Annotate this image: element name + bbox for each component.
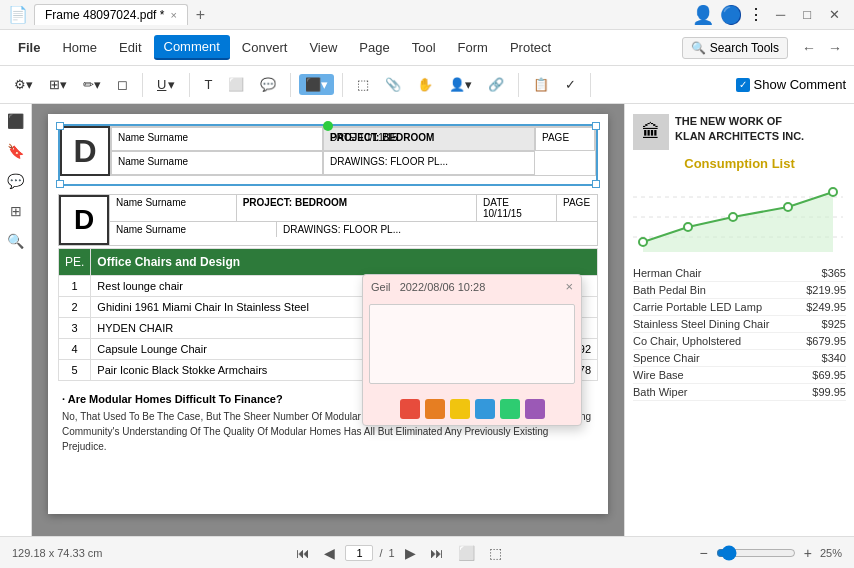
toolbar-erase-btn[interactable]: ◻ — [111, 74, 134, 95]
price-list-item: Bath Pedal Bin $219.95 — [633, 282, 846, 299]
toolbar-user-btn[interactable]: 👤▾ — [443, 74, 478, 95]
fit-width-btn[interactable]: ⬜ — [454, 543, 479, 563]
price-list-item: Stainless Steel Dining Chair $925 — [633, 316, 846, 333]
toolbar-text-btn[interactable]: T — [198, 74, 218, 95]
item-name: Bath Wiper — [633, 386, 687, 398]
profile-icon-1: 👤 — [692, 4, 714, 26]
search-tools[interactable]: 🔍 Search Tools — [682, 37, 788, 59]
color-blue[interactable] — [475, 399, 495, 419]
header-drawings: DRAWINGS: FLOOR PL... — [323, 151, 535, 175]
first-page-btn[interactable]: ⏮ — [292, 543, 314, 563]
last-page-btn[interactable]: ⏭ — [426, 543, 448, 563]
prev-page-btn[interactable]: ◀ — [320, 543, 339, 563]
header-row1: Name Surname PROJECT: BEDROOM DATE 10/11… — [110, 195, 597, 222]
doc-header-table: Name Surname PROJECT: BEDROOM DATE 10/11… — [110, 126, 596, 176]
sidebar-icon-layers[interactable]: ⊞ — [5, 200, 27, 222]
page-input[interactable] — [345, 545, 373, 561]
comment-author: Geil 2022/08/06 10:28 — [371, 281, 485, 293]
menu-home[interactable]: Home — [52, 36, 107, 59]
status-bar: 129.18 x 74.33 cm ⏮ ◀ / 1 ▶ ⏭ ⬜ ⬚ − + 25… — [0, 536, 854, 568]
project-label: PROJECT: BEDROOM — [237, 195, 477, 221]
toolbar-underline-btn[interactable]: U▾ — [151, 74, 181, 95]
menu-view[interactable]: View — [299, 36, 347, 59]
sidebar-icon-comment[interactable]: 💬 — [5, 170, 27, 192]
sep4 — [342, 73, 343, 97]
line-chart — [633, 177, 843, 257]
resize-handle-tl[interactable] — [56, 122, 64, 130]
comment-textarea[interactable] — [369, 304, 575, 384]
fit-page-btn[interactable]: ⬚ — [485, 543, 506, 563]
sidebar-icon-bookmark[interactable]: 🔖 — [5, 140, 27, 162]
toolbar-settings-btn[interactable]: ⚙▾ — [8, 74, 39, 95]
item-name: Bath Pedal Bin — [633, 284, 706, 296]
color-green[interactable] — [500, 399, 520, 419]
resize-handle-bl[interactable] — [56, 180, 64, 188]
next-page-btn[interactable]: ▶ — [401, 543, 420, 563]
page-divider: / — [379, 547, 382, 559]
item-price: $219.95 — [806, 284, 846, 296]
show-comment-checkbox[interactable] — [736, 78, 750, 92]
resize-handle-tr[interactable] — [592, 122, 600, 130]
price-list-item: Co Chair, Upholstered $679.95 — [633, 333, 846, 350]
menu-file[interactable]: File — [8, 36, 50, 59]
sidebar-icon-pages[interactable]: ⬛ — [5, 110, 27, 132]
right-panel: 🏛 THE NEW WORK OF KLAN ARCHITECTS INC. C… — [624, 104, 854, 536]
toolbar-hand-btn[interactable]: ✋ — [411, 74, 439, 95]
name-surname-1: Name Surname — [110, 195, 237, 221]
pdf-tab[interactable]: Frame 48097024.pdf * × — [34, 4, 188, 25]
toolbar-right: Show Comment — [736, 77, 846, 92]
back-btn[interactable]: ← — [798, 38, 820, 58]
chart-area — [625, 177, 854, 257]
color-red[interactable] — [400, 399, 420, 419]
resize-handle-br[interactable] — [592, 180, 600, 188]
forward-btn[interactable]: → — [824, 38, 846, 58]
toolbar-link-btn[interactable]: 🔗 — [482, 74, 510, 95]
menu-form[interactable]: Form — [448, 36, 498, 59]
price-list: Herman Chair $365 Bath Pedal Bin $219.95… — [625, 265, 854, 401]
row-name: Capsule Lounge Chair — [91, 339, 398, 360]
maximize-btn[interactable]: □ — [797, 5, 817, 24]
show-comment-label: Show Comment — [754, 77, 846, 92]
zoom-slider[interactable] — [716, 545, 796, 561]
color-yellow[interactable] — [450, 399, 470, 419]
date-label: DATE 10/11/15 — [477, 195, 557, 221]
menu-page[interactable]: Page — [349, 36, 399, 59]
item-price: $249.95 — [806, 301, 846, 313]
menu-tool[interactable]: Tool — [402, 36, 446, 59]
toolbar-textbox-btn[interactable]: ⬜ — [222, 74, 250, 95]
toolbar-stamp-btn[interactable]: ⬛▾ — [299, 74, 334, 95]
zoom-in-btn[interactable]: + — [800, 543, 816, 563]
toolbar-options-btn[interactable]: ⊞▾ — [43, 74, 73, 95]
toolbar-callout-btn[interactable]: 💬 — [254, 74, 282, 95]
menu-protect[interactable]: Protect — [500, 36, 561, 59]
pdf-view-area: ◀ D Name Surname PROJECT: BEDROOM DATE 1… — [32, 104, 624, 536]
close-btn[interactable]: ✕ — [823, 5, 846, 24]
menu-convert[interactable]: Convert — [232, 36, 298, 59]
show-comment-toggle[interactable]: Show Comment — [736, 77, 846, 92]
zoom-out-btn[interactable]: − — [696, 543, 712, 563]
toolbar-area-btn[interactable]: ⬚ — [351, 74, 375, 95]
window-nav: ← → — [798, 38, 846, 58]
tab-close-btn[interactable]: × — [170, 9, 176, 21]
minimize-btn[interactable]: ─ — [770, 5, 791, 24]
sidebar-icon-search[interactable]: 🔍 — [5, 230, 27, 252]
toolbar-pen-btn[interactable]: ✏▾ — [77, 74, 107, 95]
row-num: 4 — [59, 339, 91, 360]
search-icon: 🔍 — [691, 41, 706, 55]
sep1 — [142, 73, 143, 97]
toolbar-attach-btn[interactable]: 📎 — [379, 74, 407, 95]
toolbar-clip-btn[interactable]: 📋 — [527, 74, 555, 95]
new-tab-btn[interactable]: + — [192, 6, 209, 24]
more-options-icon[interactable]: ⋮ — [748, 5, 764, 24]
color-purple[interactable] — [525, 399, 545, 419]
green-handle[interactable] — [323, 121, 333, 131]
menu-edit[interactable]: Edit — [109, 36, 151, 59]
menu-comment[interactable]: Comment — [154, 35, 230, 60]
comment-close-btn[interactable]: × — [565, 279, 573, 294]
toolbar: ⚙▾ ⊞▾ ✏▾ ◻ U▾ T ⬜ 💬 ⬛▾ ⬚ 📎 ✋ 👤▾ 🔗 📋 ✓ Sh… — [0, 66, 854, 104]
svg-point-6 — [784, 203, 792, 211]
color-orange[interactable] — [425, 399, 445, 419]
doc-header-layout: D Name Surname PROJECT: BEDROOM DATE 10/… — [58, 194, 598, 246]
doc-header: D Name Surname PROJECT: BEDROOM DATE 10/… — [60, 126, 596, 176]
toolbar-check-btn[interactable]: ✓ — [559, 74, 582, 95]
